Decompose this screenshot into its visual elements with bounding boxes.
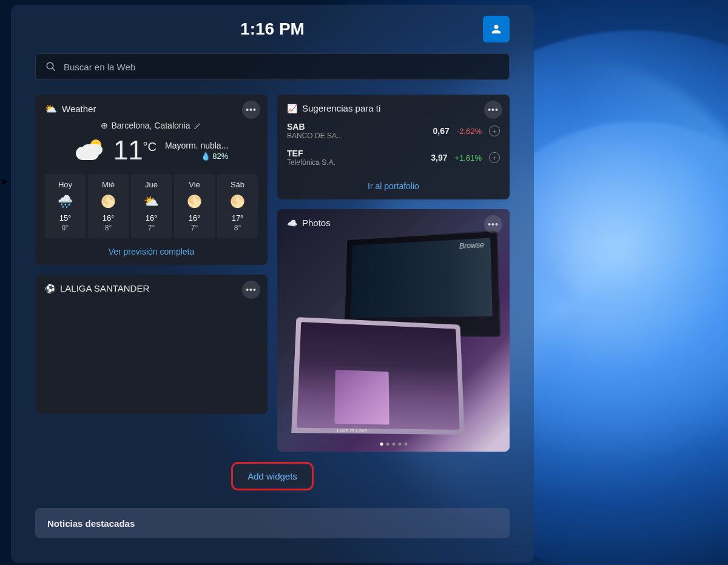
- edit-location-icon[interactable]: [194, 121, 202, 130]
- current-weather-icon: [75, 138, 105, 162]
- stock-company: Telefónica S.A.: [287, 158, 335, 167]
- person-icon: [490, 22, 503, 36]
- laliga-title: LALIGA SANTANDER: [60, 283, 149, 293]
- day-low: 8°: [90, 224, 126, 232]
- forecast-row: Hoy 🌧️ 15° 9° Mié 🌕 16° 8° Jue ⛅ 1: [45, 174, 258, 238]
- day-weather-icon: 🌧️: [47, 194, 83, 209]
- forecast-day[interactable]: Hoy 🌧️ 15° 9°: [45, 174, 86, 238]
- laliga-widget[interactable]: ⚽ LALIGA SANTANDER •••: [35, 275, 268, 414]
- weather-widget[interactable]: ⛅ Weather ••• ⊕ Barcelona, Catalonia 11 …: [35, 95, 268, 265]
- weather-description: Mayorm. nubla...: [165, 141, 228, 150]
- day-high: 16°: [133, 213, 169, 222]
- day-high: 16°: [90, 213, 126, 222]
- clock-time: 1:16 PM: [240, 19, 305, 39]
- add-widgets-button[interactable]: Add widgets: [234, 465, 311, 487]
- svg-line-1: [52, 68, 55, 71]
- widgets-panel: 1:16 PM Buscar en la Web ⛅ Weather ••• ⊕…: [11, 5, 534, 563]
- day-name: Mié: [90, 180, 126, 189]
- day-low: 7°: [133, 224, 169, 232]
- weather-more-button[interactable]: •••: [242, 101, 260, 119]
- stock-change: -2,62%: [457, 127, 482, 136]
- sports-icon: ⚽: [45, 284, 55, 293]
- stock-company: BANCO DE SA...: [287, 132, 343, 140]
- day-weather-icon: 🌕: [177, 194, 212, 209]
- day-high: 17°: [220, 213, 255, 222]
- photo-preview: Browse Love is Love: [277, 209, 510, 452]
- day-name: Sáb: [220, 180, 255, 189]
- news-heading-label: Noticias destacadas: [47, 518, 135, 529]
- search-placeholder: Buscar en la Web: [64, 62, 135, 72]
- day-name: Hoy: [47, 180, 83, 189]
- photos-widget[interactable]: ☁️ Photos ••• Browse Love is Love: [277, 209, 510, 452]
- add-stock-button[interactable]: +: [489, 125, 500, 136]
- day-low: 8°: [220, 224, 255, 232]
- stock-price: 0,67: [433, 126, 450, 136]
- forecast-day[interactable]: Vie 🌕 16° 7°: [174, 174, 215, 238]
- stocks-more-button[interactable]: •••: [484, 101, 502, 119]
- stock-symbol: SAB: [287, 122, 343, 132]
- profile-button[interactable]: [483, 16, 510, 42]
- svg-point-0: [47, 62, 53, 69]
- location-pin-icon: ⊕: [101, 121, 108, 130]
- stocks-widget[interactable]: 📈 Sugerencias para ti ••• SAB BANCO DE S…: [277, 95, 510, 199]
- current-temperature: 11: [113, 135, 143, 165]
- weather-icon: ⛅: [45, 103, 57, 115]
- weather-title: Weather: [62, 104, 96, 114]
- temperature-unit: °C: [143, 140, 157, 154]
- stock-row[interactable]: SAB BANCO DE SA... 0,67 -2,62% +: [287, 122, 500, 140]
- photo-album-art: [334, 370, 389, 425]
- day-high: 15°: [47, 213, 83, 222]
- photos-icon: ☁️: [287, 218, 297, 228]
- search-input[interactable]: Buscar en la Web: [35, 53, 510, 80]
- add-stock-button[interactable]: +: [489, 152, 500, 163]
- day-weather-icon: 🌕: [90, 194, 126, 209]
- stocks-icon: 📈: [287, 104, 297, 113]
- photos-title: Photos: [302, 218, 331, 228]
- day-low: 9°: [47, 224, 83, 232]
- photo-album-label: Love is Love: [337, 427, 368, 433]
- day-name: Jue: [133, 180, 169, 189]
- stock-row[interactable]: TEF Telefónica S.A. 3,97 +1,61% +: [287, 149, 500, 167]
- weather-location: Barcelona, Catalonia: [112, 121, 190, 130]
- photo-browse-label: Browse: [459, 241, 484, 250]
- news-heading-bar[interactable]: Noticias destacadas: [35, 508, 510, 538]
- laliga-more-button[interactable]: •••: [242, 281, 260, 299]
- stock-change: +1,61%: [455, 153, 482, 162]
- stocks-title: Sugerencias para ti: [302, 103, 380, 113]
- search-icon: [46, 61, 56, 72]
- weather-humidity: 💧 82%: [165, 152, 228, 161]
- day-weather-icon: 🌕: [220, 194, 255, 209]
- day-low: 7°: [177, 224, 212, 232]
- cursor-icon: ➤: [0, 176, 8, 187]
- day-high: 16°: [177, 213, 212, 222]
- portfolio-link[interactable]: Ir al portafolio: [287, 181, 500, 191]
- stock-symbol: TEF: [287, 149, 335, 158]
- photo-pager-dots[interactable]: [380, 443, 407, 446]
- forecast-day[interactable]: Mié 🌕 16° 8°: [88, 174, 129, 238]
- day-weather-icon: ⛅: [133, 194, 169, 209]
- panel-header: 1:16 PM: [35, 5, 510, 53]
- forecast-day[interactable]: Sáb 🌕 17° 8°: [217, 174, 258, 238]
- full-forecast-link[interactable]: Ver previsión completa: [45, 247, 258, 256]
- photos-more-button[interactable]: •••: [484, 215, 502, 233]
- day-name: Vie: [177, 180, 212, 189]
- stock-price: 3,97: [431, 153, 447, 162]
- forecast-day[interactable]: Jue ⛅ 16° 7°: [131, 174, 172, 238]
